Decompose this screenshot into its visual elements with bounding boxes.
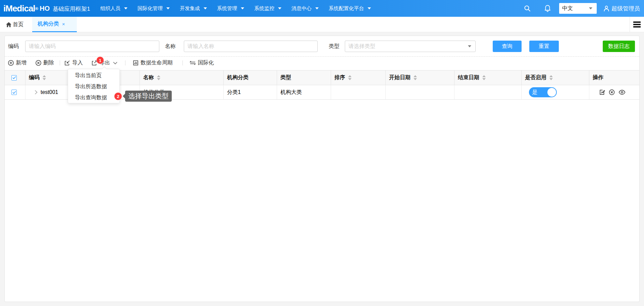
filter-code-input[interactable] — [25, 41, 159, 52]
chevron-down-icon — [204, 7, 207, 9]
data-lifecycle-button[interactable]: 数据生命周期 — [133, 59, 173, 66]
import-button[interactable]: 导入 — [64, 59, 83, 66]
sort-icon[interactable] — [348, 75, 352, 80]
top-navigation-bar: iMedical®HO 基础应用框架1 组织人员 国际化管理 开发集成 系统管理… — [0, 0, 644, 17]
tab-close-icon[interactable]: × — [62, 21, 65, 27]
tab-list-menu-icon[interactable] — [630, 17, 644, 32]
col-header-start-date[interactable]: 开始日期 — [386, 70, 454, 85]
sort-icon[interactable] — [43, 75, 46, 80]
export-query-badge: 2 — [114, 92, 122, 100]
delete-button[interactable]: 删除 — [36, 59, 54, 66]
sort-icon[interactable] — [157, 75, 160, 80]
col-header-sort[interactable]: 排序 — [331, 70, 386, 85]
main-panel: 编码 名称 类型 请选择类型 查询 重置 数据日志 新增 删除 导入 — [4, 36, 640, 302]
import-icon — [64, 60, 70, 66]
delete-row-icon[interactable] — [609, 89, 615, 95]
topbar-right: 中文 超级管理员 — [524, 0, 640, 17]
expand-row-icon[interactable] — [35, 90, 38, 95]
export-query-item[interactable]: 导出查询数据 — [68, 92, 119, 103]
brand-name: iMedical — [3, 3, 35, 14]
col-header-type: 类型 — [277, 70, 331, 85]
data-log-button[interactable]: 数据日志 — [603, 41, 635, 52]
language-value: 中文 — [562, 5, 573, 12]
x-circle-icon — [36, 60, 41, 66]
filter-type-label: 类型 — [329, 41, 339, 52]
brand-suffix: HO — [40, 5, 50, 12]
bell-icon[interactable] — [544, 5, 551, 12]
sort-icon[interactable] — [549, 75, 553, 80]
divider — [125, 60, 125, 65]
export-dropdown-menu: 导出当前页 导出所选数据 导出查询数据 — [68, 69, 120, 103]
menu-item-sysconf[interactable]: 系统配置化平台 — [329, 5, 371, 12]
export-selected-item[interactable]: 导出所选数据 — [68, 81, 119, 92]
cell-type: 机构大类 — [277, 85, 331, 99]
menu-item-sysmon[interactable]: 系统监控 — [254, 5, 281, 12]
chevron-down-icon — [241, 7, 244, 9]
col-header-name[interactable]: 名称 — [140, 70, 224, 85]
enabled-toggle[interactable]: 是 — [529, 87, 557, 97]
col-header-enabled[interactable]: 是否启用 — [522, 70, 589, 85]
menu-item-i18n-mgmt[interactable]: 国际化管理 — [138, 5, 170, 12]
view-icon[interactable] — [619, 90, 626, 95]
data-lifecycle-icon — [133, 60, 139, 66]
home-icon — [6, 22, 11, 27]
sort-icon[interactable] — [414, 75, 417, 80]
search-icon[interactable] — [524, 5, 531, 12]
export-type-tooltip: 选择导出类型 — [125, 91, 172, 102]
cell-start-date — [386, 85, 454, 99]
chevron-down-icon — [124, 7, 127, 9]
tab-org-category[interactable]: 机构分类 × — [32, 17, 77, 32]
tab-active-label: 机构分类 — [38, 20, 59, 28]
col-header-end-date[interactable]: 结束日期 — [454, 70, 522, 85]
sort-icon[interactable] — [482, 75, 486, 80]
menu-item-sysmgmt[interactable]: 系统管理 — [217, 5, 244, 12]
toggle-knob — [547, 88, 556, 97]
divider — [182, 60, 183, 65]
query-button[interactable]: 查询 — [493, 41, 522, 52]
chevron-down-icon — [589, 7, 592, 9]
cell-actions — [589, 85, 639, 99]
export-button[interactable]: 导出 — [92, 59, 119, 66]
menu-item-org[interactable]: 组织人员 — [100, 5, 127, 12]
plus-circle-icon — [8, 60, 14, 66]
reset-button[interactable]: 重置 — [529, 41, 559, 52]
filter-type-placeholder: 请选择类型 — [348, 41, 375, 52]
i18n-button[interactable]: 国际化 — [190, 59, 214, 66]
user-menu[interactable]: 超级管理员 — [603, 5, 640, 12]
top-menu: 组织人员 国际化管理 开发集成 系统管理 系统监控 消息中心 系统配置化平台 — [100, 0, 371, 17]
menu-item-dev[interactable]: 开发集成 — [180, 5, 207, 12]
app-title: 基础应用框架1 — [53, 5, 90, 13]
chevron-down-icon — [113, 62, 117, 64]
export-badge: 1 — [96, 56, 104, 64]
chevron-down-icon — [166, 7, 170, 9]
edit-icon[interactable] — [599, 89, 605, 95]
cell-end-date — [454, 85, 522, 99]
divider — [60, 60, 60, 65]
filter-type-select[interactable]: 请选择类型 — [345, 41, 476, 52]
select-all-checkbox[interactable] — [11, 75, 17, 81]
row-checkbox[interactable] — [11, 90, 17, 95]
chevron-down-icon — [315, 7, 319, 9]
filter-name-label: 名称 — [165, 41, 176, 52]
tab-home[interactable]: 首页 — [0, 17, 27, 32]
logo: iMedical®HO 基础应用框架1 — [3, 0, 90, 17]
tab-bar: 首页 机构分类 × — [0, 17, 644, 32]
filter-code-label: 编码 — [8, 41, 19, 52]
chevron-down-icon — [278, 7, 281, 9]
registered-mark: ® — [35, 6, 39, 11]
cell-enabled: 是 — [522, 85, 589, 99]
chevron-down-icon — [468, 45, 471, 47]
language-select[interactable]: 中文 — [559, 3, 597, 14]
toggle-label: 是 — [532, 87, 537, 97]
cell-code: test001 — [41, 89, 58, 95]
filter-name-input[interactable] — [184, 41, 318, 52]
menu-item-msg[interactable]: 消息中心 — [291, 5, 319, 12]
tab-home-label: 首页 — [13, 21, 23, 28]
cell-sort — [331, 85, 386, 99]
export-current-page-item[interactable]: 导出当前页 — [68, 70, 119, 81]
cell-category: 分类1 — [224, 85, 277, 99]
user-name: 超级管理员 — [611, 5, 640, 12]
col-header-actions: 操作 — [589, 70, 639, 85]
i18n-arrows-icon — [190, 60, 196, 66]
add-button[interactable]: 新增 — [8, 59, 26, 66]
